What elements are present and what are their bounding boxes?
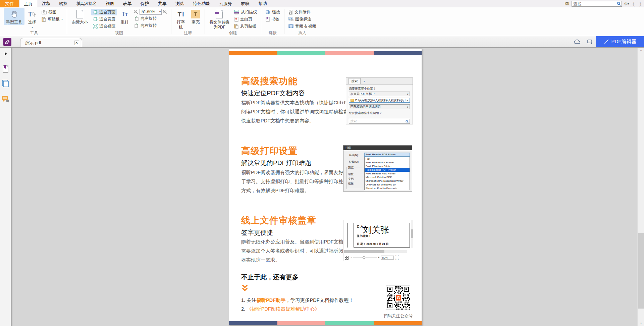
menu-tab-view[interactable]: 视图 [101, 0, 119, 7]
actual-size-button[interactable]: 实际大小 [69, 8, 90, 25]
menu-tab-form[interactable]: 表单 [119, 0, 136, 7]
search-section-subtitle: 快速定位PDF文档内容 [241, 89, 305, 98]
figure-fullscreen-corners-icon: ⌜ ⌝⌞ ⌟ [395, 256, 399, 260]
highlight-button[interactable]: T 高亮 [189, 8, 202, 25]
ribbon-group-comment-label: 注释 [174, 30, 202, 36]
reflow-button[interactable]: TT 重排 [118, 8, 131, 25]
menu-tab-home[interactable]: 主页 [19, 0, 37, 7]
attachment-icon [288, 10, 293, 15]
help-center-link[interactable]: 《福昕PDF阅读器疑难帮助中心》 [247, 306, 320, 312]
highlight-label: 高亮 [192, 20, 200, 25]
menu-tab-features[interactable]: 特色功能 [189, 0, 215, 7]
figure-search-q2: 您要搜索哪些字或词组？ [349, 111, 413, 115]
figure-date-label: 日 期： 2021 年 6 月 21 日 [357, 242, 389, 246]
image-annotation-icon [288, 17, 293, 21]
clipboard-button[interactable]: 剪贴板 ▾ [40, 16, 64, 22]
find-tool-icon[interactable] [565, 1, 570, 6]
vertical-scrollbar[interactable]: ⌃ ⌄ [637, 48, 644, 326]
menu-tab-help[interactable]: 帮助 [254, 0, 271, 7]
nav-forward-icon[interactable]: ❭ [638, 1, 643, 6]
nav-back-icon[interactable]: ❬ [631, 1, 636, 6]
folder-icon [351, 99, 354, 102]
menu-tab-share[interactable]: 共享 [154, 0, 171, 7]
hand-tool-label: 手型工具 [5, 20, 23, 25]
search-icon [617, 2, 621, 6]
typewriter-button[interactable]: TI 打字机 [174, 8, 188, 30]
actual-size-label: 实际大小 [71, 20, 89, 25]
figure-zoom-value: 80% [381, 256, 394, 260]
rotate-right-icon [134, 23, 139, 28]
document-tab-bar: 演示.pdf ✕ PDF编辑器 [0, 36, 644, 48]
rotate-right-button[interactable]: 向右旋转 [132, 22, 169, 29]
figure-zoom-plus: + [378, 256, 379, 259]
rotate-left-button[interactable]: 向左旋转 [132, 15, 169, 22]
file-attachment-button[interactable]: 文件附件 [287, 9, 318, 15]
image-annotation-button[interactable]: 图像标注 [287, 16, 318, 22]
ribbon-group-link: 链接 书签 链接 [261, 7, 284, 36]
double-chevron-down-icon [241, 284, 248, 293]
fit-page-icon [93, 10, 98, 14]
search-section-body: 福昕PDF阅读器提供文本查找功能（快捷键Ctrl+F） 阅读PDF文档时，你可以… [241, 98, 353, 125]
share-download-icon[interactable] [587, 39, 593, 45]
select-cursor-icon: T [28, 9, 36, 19]
select-tool-button[interactable]: T 选择 ▾ [25, 8, 39, 30]
from-clipboard-icon [234, 24, 238, 29]
fit-width-button[interactable]: 适合宽度 [91, 16, 117, 22]
menu-tab-cloud[interactable]: 云服务 [215, 0, 236, 7]
document-area: 高级搜索功能 快速定位PDF文档内容 福昕PDF阅读器提供文本查找功能（快捷键C… [0, 48, 644, 326]
find-input[interactable] [572, 1, 622, 7]
navigation-sidebar [0, 48, 11, 326]
convert-to-pdf-icon [216, 9, 223, 19]
hand-tool-button[interactable]: 手型工具 [4, 8, 24, 25]
pdf-editor-label: PDF编辑器 [611, 39, 637, 45]
scroll-down-icon[interactable]: ⌄ [638, 320, 644, 325]
link-button[interactable]: 链接 [264, 9, 282, 15]
menu-tab-protect[interactable]: 保护 [136, 0, 154, 7]
tab-close-icon[interactable]: ✕ [74, 41, 79, 45]
sidebar-comments-icon[interactable] [2, 95, 10, 103]
zoom-level-value: 51.60% [142, 9, 155, 14]
rotate-left-label: 向左旋转 [141, 16, 157, 21]
foxit-logo-icon[interactable] [3, 38, 11, 46]
select-dropdown-caret: ▾ [32, 25, 33, 30]
menu-file-button[interactable]: 文件 [0, 0, 19, 7]
audio-video-button[interactable]: 音频 & 视频 [287, 23, 318, 30]
sidebar-bookmarks-icon[interactable] [2, 65, 10, 73]
cloud-icon[interactable] [574, 39, 581, 45]
figure-printer-name-combo: Foxit Reader PDF Printer [364, 153, 410, 157]
blank-page-button[interactable]: 空白页 [232, 16, 259, 22]
from-clipboard-label: 从剪贴板 [240, 23, 256, 29]
from-scanner-button[interactable]: 从扫描仪 [232, 9, 259, 15]
snapshot-button[interactable]: 截图 [40, 9, 64, 15]
bookmark-button[interactable]: 书签 [264, 16, 282, 22]
audio-video-label: 音频 & 视频 [295, 23, 316, 29]
ribbon-group-tools: 手型工具 T 选择 ▾ 截图 剪贴板 ▾ 工具 [1, 7, 67, 36]
menu-tab-fill-sign[interactable]: 填写&签名 [72, 0, 101, 7]
menu-tab-convert[interactable]: 转换 [55, 0, 72, 7]
scrollbar-thumb[interactable] [638, 233, 644, 309]
figure-pages-grid-icon [345, 256, 348, 260]
gear-icon[interactable]: ⚙▾ [624, 1, 629, 6]
sign-section-body: 随着无纸化办公应用普及。当遇到使用PDF文档中 需要添加个人签名或者标识时，可以… [241, 237, 348, 265]
snapshot-label: 截图 [48, 9, 56, 15]
menu-tab-slideshow[interactable]: 放映 [236, 0, 254, 7]
document-tab[interactable]: 演示.pdf ✕ [20, 38, 82, 47]
fit-visible-button[interactable]: 适合视区 [91, 23, 117, 30]
menu-tab-browse[interactable]: 浏览 [171, 0, 189, 7]
ribbon-group-tools-label: 工具 [4, 30, 64, 36]
ribbon-group-view: 实际大小 适合页面 适合宽度 适合视区 TT 重排 [67, 7, 171, 36]
select-tool-label: 选择 [28, 20, 36, 25]
zoom-in-icon[interactable] [163, 9, 168, 14]
convert-to-pdf-button[interactable]: 将文件转换为PDF [207, 8, 231, 30]
zoom-level-combobox[interactable]: 51.60% ▾ [140, 9, 162, 15]
sidebar-pages-icon[interactable] [2, 80, 10, 88]
pdf-editor-button[interactable]: PDF编辑器 [596, 36, 644, 47]
zoom-out-icon[interactable] [133, 9, 139, 14]
from-clipboard-button[interactable]: 从剪贴板 [232, 23, 259, 30]
sidebar-expand-arrow-icon[interactable] [2, 50, 10, 58]
clipboard-label: 剪贴板 [48, 16, 60, 22]
menu-tab-comment[interactable]: 注释 [37, 0, 55, 7]
fit-page-button[interactable]: 适合页面 [91, 9, 117, 15]
scroll-up-icon[interactable]: ⌃ [638, 48, 644, 54]
sidebar-splitter[interactable] [11, 48, 12, 326]
